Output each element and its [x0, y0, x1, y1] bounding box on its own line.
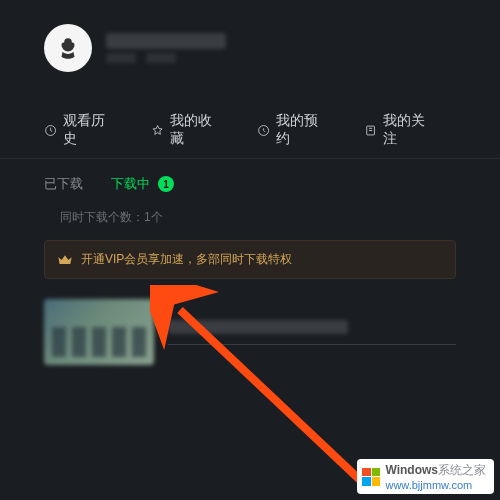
bookmark-icon: [364, 123, 377, 138]
history-icon: [44, 123, 57, 138]
downloading-badge: 1: [158, 176, 174, 192]
star-icon: [151, 123, 164, 138]
tab-history[interactable]: 观看历史: [44, 102, 113, 158]
concurrent-download-setting[interactable]: 同时下载个数：1个: [0, 203, 500, 236]
tab-follows[interactable]: 我的关注: [364, 102, 433, 158]
user-header: [0, 0, 500, 92]
windows-logo-icon: [362, 468, 380, 486]
avatar-icon: [55, 35, 81, 61]
username: [106, 33, 226, 49]
watermark-text: Windows系统之家 www.bjjmmw.com: [385, 462, 486, 491]
user-meta: [106, 53, 226, 63]
tab-favorites[interactable]: 我的收藏: [151, 102, 220, 158]
crown-icon: [57, 252, 73, 268]
watermark-site: www.bjjmmw.com: [385, 479, 486, 491]
tab-follows-label: 我的关注: [383, 112, 432, 148]
tab-reservations-label: 我的预约: [276, 112, 325, 148]
subtab-downloading-label: 下载中: [111, 175, 150, 193]
vip-banner[interactable]: 开通VIP会员享加速，多部同时下载特权: [44, 240, 456, 279]
user-info: [106, 33, 226, 63]
download-info: [168, 320, 456, 345]
tab-reservations[interactable]: 我的预约: [257, 102, 326, 158]
download-item[interactable]: [0, 293, 500, 371]
tab-favorites-label: 我的收藏: [170, 112, 219, 148]
watermark-brand: Windows: [385, 463, 438, 477]
main-nav: 观看历史 我的收藏 我的预约 我的关注: [0, 92, 500, 159]
download-subnav: 已下载 下载中 1: [0, 159, 500, 203]
clock-icon: [257, 123, 270, 138]
download-title: [168, 320, 348, 334]
tab-history-label: 观看历史: [63, 112, 112, 148]
subtab-downloaded[interactable]: 已下载: [44, 175, 83, 193]
download-progress: [168, 344, 456, 345]
subtab-downloading[interactable]: 下载中 1: [111, 175, 174, 193]
vip-banner-text: 开通VIP会员享加速，多部同时下载特权: [81, 251, 292, 268]
watermark-tag: 系统之家: [438, 463, 486, 477]
avatar[interactable]: [44, 24, 92, 72]
download-thumbnail: [44, 299, 154, 365]
watermark: Windows系统之家 www.bjjmmw.com: [357, 459, 494, 494]
